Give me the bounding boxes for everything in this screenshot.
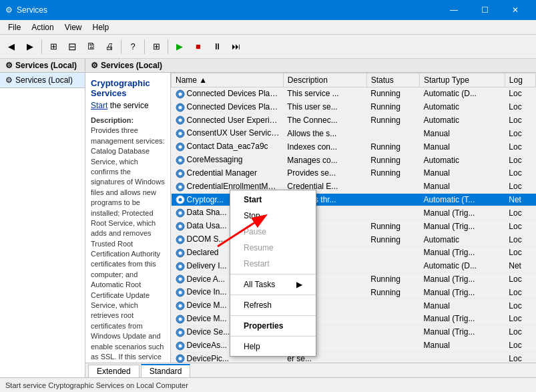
- context-menu-item: Resume: [230, 240, 316, 256]
- table-row[interactable]: Device A... pair... Running Manual (Trig…: [172, 272, 536, 286]
- start-link[interactable]: Start: [91, 101, 107, 110]
- toolbar-btn-4[interactable]: 🖨: [101, 38, 118, 55]
- cell-log: Loc: [505, 272, 535, 286]
- tab-standard[interactable]: Standard: [141, 364, 191, 377]
- menu-help[interactable]: Help: [87, 21, 115, 33]
- context-menu-item[interactable]: Stop: [230, 208, 316, 224]
- cell-log: Loc: [505, 140, 535, 154]
- services-table-container[interactable]: Name ▲ Description Status Startup Type L…: [171, 73, 536, 363]
- stop-button[interactable]: ■: [190, 38, 207, 55]
- table-row[interactable]: DCOM S... OM... Running Automatic Loc: [172, 233, 536, 246]
- col-status[interactable]: Status: [366, 73, 419, 87]
- context-menu-item[interactable]: Refresh: [230, 297, 316, 313]
- table-row[interactable]: Connected User Experience... The Connec.…: [172, 114, 536, 127]
- service-icon: [176, 103, 185, 112]
- cell-startup: Manual (Trig...: [420, 220, 505, 233]
- table-row[interactable]: Delivery I... Automatic (D... Net: [172, 259, 536, 272]
- cell-status: Running: [366, 166, 419, 180]
- toolbar-btn-2[interactable]: ⊟: [63, 38, 81, 55]
- cell-startup: Manual (Trig...: [420, 286, 505, 299]
- service-icon: [176, 274, 185, 284]
- table-row[interactable]: CredentialEnrollmentMana... Credential E…: [172, 180, 536, 193]
- table-row[interactable]: Device M... Wire... Manual (Trig... Loc: [172, 313, 536, 326]
- cell-status: [366, 325, 419, 339]
- table-row[interactable]: DevicePic... er se... Loc: [172, 352, 536, 363]
- help-button[interactable]: ?: [124, 38, 142, 55]
- cell-startup: Automatic: [420, 233, 505, 246]
- table-row[interactable]: Connected Devices Platfor... This servic…: [172, 87, 536, 101]
- play-button[interactable]: ▶: [171, 38, 188, 55]
- cell-status: [366, 259, 419, 272]
- col-description[interactable]: Description: [283, 73, 366, 87]
- cell-status: Running: [366, 140, 419, 154]
- context-menu-item[interactable]: Start: [230, 192, 316, 208]
- restart-button[interactable]: ⏭: [227, 38, 244, 55]
- menu-file[interactable]: File: [3, 21, 26, 33]
- title-bar-controls: — ☐ ✕: [439, 0, 531, 20]
- cell-log: Loc: [505, 352, 535, 363]
- table-row[interactable]: Device Se... the ... Manual (Trig... Loc: [172, 325, 536, 339]
- service-icon: [176, 169, 185, 178]
- table-row[interactable]: Data Usa... k da... Running Manual (Trig…: [172, 220, 536, 233]
- context-menu-item[interactable]: Properties: [230, 318, 316, 334]
- cell-log: Loc: [505, 233, 535, 246]
- cell-log: Loc: [505, 220, 535, 233]
- col-startup[interactable]: Startup Type: [420, 73, 505, 87]
- tab-bar: Extended Standard: [85, 363, 536, 377]
- svg-point-7: [178, 132, 182, 136]
- cell-name: Connected Devices Platfor...: [172, 100, 284, 114]
- cell-log: Loc: [505, 180, 535, 193]
- cell-status: Running: [366, 87, 419, 101]
- table-row[interactable]: ConsentUX User Service_ea... Allows the …: [172, 127, 536, 140]
- menu-action[interactable]: Action: [26, 21, 59, 33]
- menu-view[interactable]: View: [59, 21, 87, 33]
- tab-extended[interactable]: Extended: [88, 365, 140, 377]
- table-row[interactable]: Data Sha... s da... Manual (Trig... Loc: [172, 206, 536, 220]
- service-icon: [176, 301, 185, 311]
- back-button[interactable]: ◀: [3, 38, 20, 55]
- pause-button[interactable]: ⏸: [208, 38, 226, 55]
- col-log[interactable]: Log: [505, 73, 535, 87]
- table-row[interactable]: Credential Manager Provides se... Runnin…: [172, 166, 536, 180]
- toolbar-btn-5[interactable]: ⊞: [148, 38, 165, 55]
- status-bar: Start service Cryptographic Services on …: [0, 377, 536, 392]
- nav-item-services-local[interactable]: ⚙ Services (Local): [0, 73, 85, 88]
- maximize-button[interactable]: ☐: [469, 0, 500, 20]
- cell-startup: Manual: [420, 140, 505, 154]
- table-row[interactable]: Device In... a c... Running Manual (Trig…: [172, 286, 536, 299]
- cell-desc: This user se...: [283, 100, 366, 114]
- services-table: Name ▲ Description Status Startup Type L…: [171, 73, 536, 363]
- cell-startup: Automatic (T...: [420, 193, 505, 206]
- table-row[interactable]: DeviceAs... app... Manual Loc: [172, 339, 536, 352]
- table-row[interactable]: Declared Dec... Manual (Trig... Loc: [172, 246, 536, 259]
- cell-status: [366, 299, 419, 313]
- right-content: ⚙ Services (Local) Cryptographic Service…: [85, 59, 536, 377]
- minimize-button[interactable]: —: [439, 0, 469, 20]
- service-icon: [176, 195, 185, 204]
- context-menu-item[interactable]: All Tasks▶: [230, 276, 316, 292]
- service-icon: [176, 156, 185, 165]
- close-button[interactable]: ✕: [500, 0, 531, 20]
- ctx-label: All Tasks: [244, 280, 275, 289]
- table-row[interactable]: Device M... ns D... Manual Loc: [172, 299, 536, 313]
- table-row[interactable]: Connected Devices Platfor... This user s…: [172, 100, 536, 114]
- toolbar-btn-3[interactable]: 🖺: [82, 38, 99, 55]
- toolbar-btn-1[interactable]: ⊞: [45, 38, 62, 55]
- table-row[interactable]: Cryptogr... Provides thr... Automatic (T…: [172, 193, 536, 206]
- service-icon: [176, 248, 185, 258]
- ctx-arrow: ▶: [296, 280, 302, 289]
- service-icon: [176, 341, 185, 351]
- context-menu-item[interactable]: Help: [230, 339, 316, 355]
- cell-status: [366, 180, 419, 193]
- cell-startup: Manual (Trig...: [420, 272, 505, 286]
- cell-startup: Manual (Trig...: [420, 206, 505, 220]
- service-icon: [176, 235, 185, 244]
- table-row[interactable]: CoreMessaging Manages co... Running Auto…: [172, 154, 536, 167]
- col-name[interactable]: Name ▲: [172, 73, 284, 87]
- cell-startup: Automatic: [420, 100, 505, 114]
- forward-button[interactable]: ▶: [21, 38, 39, 55]
- table-row[interactable]: Contact Data_eac7a9c Indexes con... Runn…: [172, 140, 536, 154]
- toolbar-sep-1: [41, 39, 42, 54]
- cell-status: [366, 339, 419, 352]
- service-icon: [176, 116, 185, 125]
